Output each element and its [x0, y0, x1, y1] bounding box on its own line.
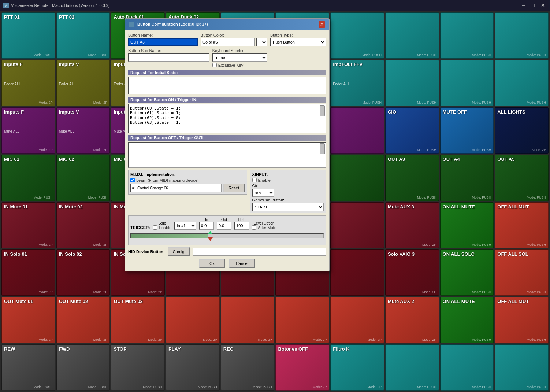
hid-input[interactable] — [193, 248, 326, 256]
midi-value-input[interactable] — [130, 184, 222, 192]
trigger-out-group: Out — [217, 218, 231, 230]
trigger-after-mute-checkbox[interactable] — [252, 225, 256, 230]
exclusive-key-label[interactable]: Exclusive Key — [212, 63, 326, 67]
dialog-title-bar: Button Configuration (Logical ID: 37) ✕ — [125, 19, 329, 30]
close-button[interactable]: ✕ — [538, 2, 547, 9]
button-name-label: Button Name: — [128, 33, 198, 37]
trigger-in-group: In — [199, 218, 214, 230]
scroll-thumb-off[interactable] — [320, 143, 325, 154]
trigger-after-mute-row[interactable]: After Mute — [252, 225, 276, 230]
trigger-in-label: In — [205, 218, 208, 222]
group-button-color: Button Color: ▼ — [201, 33, 267, 46]
button-color-select[interactable]: ▼ — [256, 38, 267, 46]
trigger-level-label: Level Option — [254, 221, 274, 225]
hid-label: HID Device Button: — [128, 249, 165, 254]
trigger-in-input[interactable] — [199, 222, 214, 230]
request-on-header: Request for Button ON / Trigger IN: — [128, 97, 326, 103]
button-type-label: Button Type: — [270, 33, 326, 37]
request-on-line: Button(61).State = 1; — [130, 111, 318, 115]
gamepad-label: GamePad Button: — [252, 198, 324, 202]
request-initial-textarea[interactable] — [128, 77, 326, 94]
ok-button[interactable]: Ok — [199, 259, 225, 268]
title-bar-buttons: ─ □ ✕ — [519, 2, 547, 9]
midi-xinput-row: M.I.D.I. Implementation: Learn (From MID… — [128, 170, 326, 213]
title-bar: V Voicemeeter.Remote - Macro.Buttons (Ve… — [0, 0, 550, 11]
group-keyboard: Keyboard Shortcut: -none- Exclusive Key — [212, 48, 326, 67]
keyboard-label: Keyboard Shortcut: — [212, 48, 326, 53]
title-bar-left: V Voicemeeter.Remote - Macro.Buttons (Ve… — [3, 3, 110, 8]
app-title: Voicemeeter.Remote - Macro.Buttons (Vers… — [11, 3, 110, 8]
group-sub-name: Button Sub Name: — [128, 48, 209, 62]
minimize-button[interactable]: ─ — [519, 2, 528, 9]
midi-learn-label[interactable]: Learn (From MIDI mapping device) — [130, 178, 245, 182]
keyboard-select[interactable]: -none- — [212, 53, 267, 62]
hid-config-button[interactable]: Config — [168, 247, 190, 256]
button-color-label: Button Color: — [201, 33, 267, 37]
request-initial-header: Request For Initial State: — [128, 70, 326, 75]
trigger-out-label: Out — [221, 218, 227, 222]
request-on-area: Button(60).State = 1;Button(61).State = … — [128, 104, 326, 133]
trigger-out-input[interactable] — [217, 222, 231, 230]
progress-triangle-green — [208, 231, 213, 234]
dialog-body: Button Name: Button Color: ▼ Button Type… — [125, 30, 329, 271]
exclusive-key-row: Exclusive Key — [212, 63, 326, 67]
trigger-strip-select[interactable]: in #1 — [174, 222, 196, 230]
trigger-title: TRIGGER: — [130, 225, 150, 230]
trigger-strip-label: Strip — [159, 221, 166, 225]
group-button-type: Button Type: Push Button — [270, 33, 326, 46]
reset-button[interactable]: Reset — [223, 184, 245, 192]
xinput-section: XINPUT: Enable Ctrl: any GamePad Button:… — [250, 170, 326, 213]
dialog-icon — [129, 22, 134, 27]
dialog: Button Configuration (Logical ID: 37) ✕ … — [125, 18, 330, 271]
ctrl-select[interactable]: any — [252, 189, 274, 197]
sub-name-input[interactable] — [128, 53, 209, 62]
xinput-enable-label[interactable]: Enable — [252, 178, 324, 182]
midi-value-row: Reset — [130, 184, 245, 192]
trigger-level-group: Level Option After Mute — [252, 221, 276, 230]
request-off-area — [128, 142, 326, 168]
dialog-layer: Button Configuration (Logical ID: 37) ✕ … — [0, 13, 550, 392]
request-on-line: Button(62).State = 0; — [130, 115, 318, 120]
trigger-enable-checkbox[interactable] — [153, 225, 157, 230]
xinput-enable-checkbox[interactable] — [252, 178, 257, 182]
gamepad-select[interactable]: START — [252, 203, 324, 211]
midi-title: M.I.D.I. Implementation: — [130, 172, 245, 177]
trigger-strip-group: Strip Enable — [153, 221, 171, 230]
button-type-select[interactable]: Push Button — [270, 38, 326, 46]
request-on-line: Button(63).State = 1; — [130, 120, 318, 125]
xinput-title: XINPUT: — [252, 172, 324, 177]
maximize-button[interactable]: □ — [529, 2, 538, 9]
button-name-input[interactable] — [128, 38, 198, 46]
scroll-thumb-on[interactable] — [320, 105, 325, 116]
trigger-hold-input[interactable] — [234, 222, 249, 230]
trigger-inner: TRIGGER: Strip Enable in #1 — [130, 218, 324, 230]
dialog-close-button[interactable]: ✕ — [319, 21, 325, 28]
dialog-buttons: Ok Cancel — [128, 259, 326, 268]
progress-triangle-red — [208, 237, 213, 241]
exclusive-key-checkbox[interactable] — [212, 63, 217, 67]
progress-bar[interactable] — [130, 233, 324, 238]
midi-section: M.I.D.I. Implementation: Learn (From MID… — [128, 170, 247, 195]
sub-name-label: Button Sub Name: — [128, 48, 209, 53]
trigger-strip-select-group: in #1 — [174, 218, 196, 230]
midi-learn-checkbox[interactable] — [130, 178, 135, 182]
button-color-input[interactable] — [201, 38, 255, 46]
trigger-section: TRIGGER: Strip Enable in #1 — [128, 215, 326, 245]
group-button-name: Button Name: — [128, 33, 198, 46]
progress-fill — [131, 234, 208, 238]
cancel-button[interactable]: Cancel — [229, 259, 255, 268]
app-icon: V — [3, 3, 9, 8]
row-name-color-type: Button Name: Button Color: ▼ Button Type… — [128, 33, 326, 46]
trigger-hold-label: Hold — [238, 218, 246, 222]
dialog-title-text: Button Configuration (Logical ID: 37) — [137, 22, 208, 26]
ctrl-label: Ctrl: — [252, 184, 324, 188]
hid-row: HID Device Button: Config — [128, 247, 326, 256]
progress-container — [130, 233, 324, 243]
row-sub-keyboard: Button Sub Name: Keyboard Shortcut: -non… — [128, 48, 326, 67]
trigger-hold-group: Hold — [234, 218, 249, 230]
request-on-line: Button(60).State = 1; — [130, 106, 318, 111]
trigger-enable-row[interactable]: Enable — [153, 225, 171, 230]
request-off-header: Request for Button OFF / Trigger OUT: — [128, 135, 326, 141]
